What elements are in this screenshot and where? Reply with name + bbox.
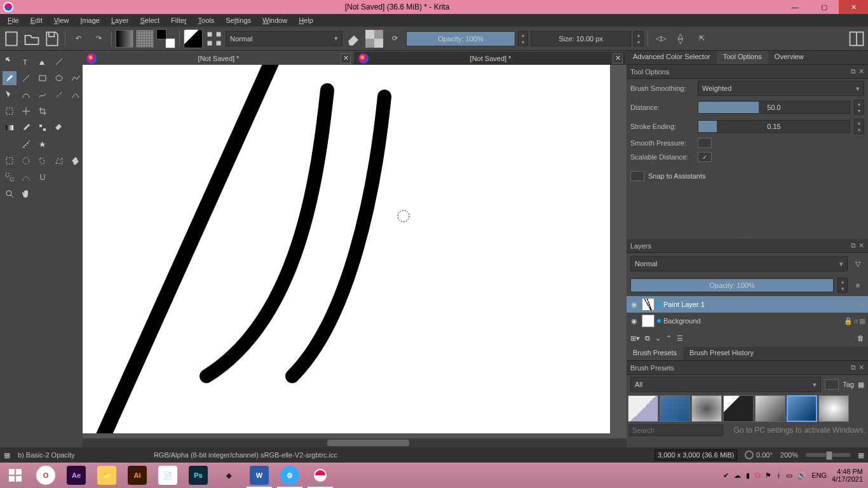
taskbar-krita[interactable] [305, 463, 336, 488]
gradient-swatch[interactable] [116, 30, 133, 48]
lock-icon[interactable]: 🔒 [844, 317, 853, 325]
pattern-swatch[interactable] [136, 30, 154, 48]
tool-text[interactable]: T [19, 55, 33, 69]
close-tab-icon[interactable]: ✕ [613, 53, 623, 64]
float-icon[interactable]: ⧉ [851, 363, 856, 372]
tray-shield-icon[interactable]: ✔ [723, 471, 729, 480]
minimize-button[interactable]: — [780, 0, 810, 14]
distance-spinner[interactable]: ▲▼ [854, 100, 864, 115]
document-tab-2[interactable]: [Not Saved] * ✕ [355, 51, 625, 65]
duplicate-layer-icon[interactable]: ⧉ [645, 334, 650, 342]
tool-dynamic[interactable] [52, 88, 66, 102]
workspace-icon[interactable] [848, 30, 865, 48]
tray-lang[interactable]: ENG [811, 471, 827, 479]
preset-options-icon[interactable]: ▦ [858, 381, 864, 389]
start-button[interactable] [0, 463, 31, 488]
tab-advanced-color[interactable]: Advanced Color Selector [627, 51, 717, 64]
reload-brush-icon[interactable]: ⟳ [386, 30, 403, 48]
menu-window[interactable]: Window [257, 15, 292, 25]
tool-magnetic-select[interactable] [36, 170, 50, 184]
tool-rect-select[interactable] [3, 154, 17, 168]
horizontal-scrollbar[interactable] [83, 438, 627, 447]
tab-tool-options[interactable]: Tool Options [717, 51, 768, 64]
tool-gradient[interactable] [3, 121, 17, 135]
new-doc-icon[interactable] [3, 30, 20, 48]
preset-basic2[interactable] [787, 395, 817, 422]
tray-network-icon[interactable]: ▮ [746, 471, 750, 480]
preset-ink[interactable] [723, 395, 754, 422]
brush-preview[interactable] [184, 29, 203, 48]
tool-assistant[interactable] [3, 137, 17, 151]
open-doc-icon[interactable] [23, 30, 41, 48]
undo-icon[interactable]: ↶ [69, 30, 87, 48]
tool-pan[interactable] [19, 187, 33, 201]
preset-eraser[interactable] [628, 395, 658, 422]
select-mode-icon[interactable]: ▦ [4, 451, 10, 459]
visibility-icon[interactable]: ◉ [629, 301, 639, 309]
delete-layer-icon[interactable]: 🗑 [857, 334, 864, 342]
tab-brush-presets[interactable]: Brush Presets [627, 347, 683, 360]
menu-settings[interactable]: Settings [220, 15, 256, 25]
layer-properties-icon[interactable]: ≡ [851, 276, 864, 294]
menu-layer[interactable]: Layer [106, 15, 134, 25]
tool-smart-fill[interactable] [52, 121, 66, 135]
menu-edit[interactable]: Edit [25, 15, 48, 25]
tool-line[interactable] [19, 71, 33, 85]
tool-poly-select[interactable] [52, 154, 66, 168]
opacity-slider[interactable]: Opacity: 100% [406, 31, 515, 46]
menu-help[interactable]: Help [294, 15, 318, 25]
distance-slider[interactable]: 50.0 [698, 101, 850, 114]
tool-similar-select[interactable] [3, 170, 17, 184]
taskbar-notepad[interactable]: 📄 [153, 463, 183, 488]
tool-bezier-select[interactable] [19, 170, 33, 184]
tab-overview[interactable]: Overview [768, 51, 810, 64]
redo-icon[interactable]: ↷ [90, 30, 107, 48]
tool-edit-shapes[interactable] [52, 55, 66, 69]
taskbar-explorer[interactable]: 📁 [92, 463, 122, 488]
tool-polyline[interactable] [69, 71, 83, 85]
menu-select[interactable]: Select [135, 15, 165, 25]
tool-crop[interactable] [36, 104, 50, 118]
close-panel-icon[interactable]: ✕ [858, 67, 864, 76]
layer-menu-icon[interactable]: ▦ [859, 317, 865, 325]
close-tab-icon[interactable]: ✕ [341, 53, 351, 64]
zoom-slider[interactable] [806, 453, 850, 457]
fg-bg-color[interactable] [156, 29, 175, 48]
preset-airbrush[interactable] [818, 395, 849, 422]
filter-layers-icon[interactable]: ▽ [851, 255, 864, 273]
tool-reference[interactable] [36, 137, 50, 151]
taskbar-illustrator[interactable]: Ai [122, 463, 153, 488]
document-tab-1[interactable]: [Not Saved] * ✕ [83, 51, 353, 65]
menu-filter[interactable]: Filter [166, 15, 191, 25]
taskbar-inkscape[interactable]: ◆ [214, 463, 244, 488]
tool-polygon[interactable] [3, 88, 17, 102]
eraser-mode-icon[interactable] [345, 30, 363, 48]
tool-move-layer[interactable] [19, 104, 33, 118]
add-layer-icon[interactable]: ⊞▾ [630, 334, 640, 342]
taskbar-photoshop[interactable]: Ps [183, 463, 214, 488]
panel-gripper[interactable]: ······ [627, 234, 868, 239]
tool-move[interactable] [3, 104, 17, 118]
tool-zoom[interactable] [3, 187, 17, 201]
mirror-v-icon[interactable]: ◁▷ [672, 30, 690, 48]
save-doc-icon[interactable] [43, 30, 61, 48]
tray-battery-icon[interactable]: ▭ [786, 471, 792, 480]
layer-opacity-spinner[interactable]: ▲▼ [837, 278, 848, 293]
tool-measure[interactable] [19, 137, 33, 151]
close-panel-icon[interactable]: ✕ [858, 241, 864, 250]
move-up-icon[interactable]: ⌃ [666, 334, 672, 342]
alpha-icon[interactable]: α [854, 317, 858, 325]
close-panel-icon[interactable]: ✕ [858, 363, 864, 372]
maximize-button[interactable]: ▢ [810, 0, 839, 14]
tool-transform[interactable] [3, 55, 17, 69]
float-icon[interactable]: ⧉ [851, 241, 856, 250]
lock-icon[interactable]: ▦ [859, 301, 865, 309]
tool-rect[interactable] [36, 71, 50, 85]
size-slider[interactable]: Size: 10.00 px [531, 31, 631, 46]
menu-tools[interactable]: Tools [193, 15, 220, 25]
menu-view[interactable]: View [49, 15, 74, 25]
rotation-reset-icon[interactable] [745, 451, 754, 459]
zoom-menu-icon[interactable]: ▦ [858, 451, 864, 459]
smooth-pressure-checkbox[interactable] [698, 138, 712, 148]
menu-file[interactable]: File [3, 15, 24, 25]
